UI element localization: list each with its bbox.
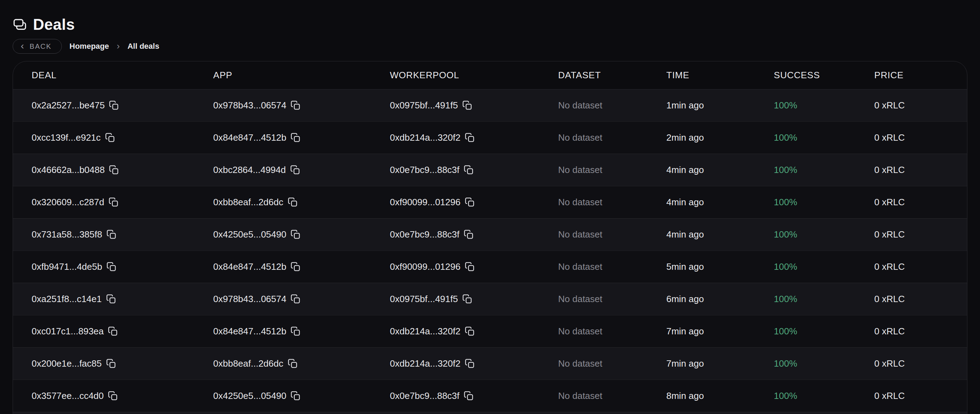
time-cell: 4min ago bbox=[666, 197, 774, 208]
workerpool-cell: 0x0e7bc9...88c3f bbox=[390, 390, 558, 401]
back-button[interactable]: ‹ BACK bbox=[13, 39, 62, 54]
copy-icon[interactable] bbox=[291, 326, 301, 336]
copy-icon[interactable] bbox=[462, 294, 473, 304]
copy-icon[interactable] bbox=[465, 133, 475, 143]
breadcrumb-home-link[interactable]: Homepage bbox=[70, 42, 109, 51]
dataset-cell: No dataset bbox=[558, 326, 666, 337]
app-id-link[interactable]: 0x4250e5...05490 bbox=[213, 229, 286, 240]
workerpool-cell: 0xf90099...01296 bbox=[390, 197, 558, 208]
column-header-price: PRICE bbox=[874, 70, 967, 81]
dataset-cell: No dataset bbox=[558, 165, 666, 175]
copy-icon[interactable] bbox=[465, 197, 475, 207]
deal-id-link[interactable]: 0xcc139f...e921c bbox=[32, 132, 101, 143]
copy-icon[interactable] bbox=[464, 165, 474, 175]
copy-icon[interactable] bbox=[291, 294, 301, 304]
table-row-partial bbox=[13, 412, 967, 414]
app-id-link[interactable]: 0x84e847...4512b bbox=[213, 132, 286, 143]
copy-icon[interactable] bbox=[108, 326, 118, 336]
deal-id-link[interactable]: 0x200e1e...fac85 bbox=[32, 358, 102, 369]
copy-icon[interactable] bbox=[465, 326, 475, 336]
table-row: 0x731a58...385f8 0x4250e5...05490 0x0e7b… bbox=[13, 218, 967, 251]
success-cell: 100% bbox=[774, 326, 874, 337]
success-cell: 100% bbox=[774, 229, 874, 240]
deal-id-link[interactable]: 0x2a2527...be475 bbox=[32, 100, 105, 111]
workerpool-cell: 0xdb214a...320f2 bbox=[390, 132, 558, 143]
deal-cell: 0x320609...c287d bbox=[32, 197, 213, 208]
workerpool-id-link[interactable]: 0x0975bf...491f5 bbox=[390, 100, 458, 111]
price-cell: 0 xRLC bbox=[874, 390, 967, 401]
deal-cell: 0x731a58...385f8 bbox=[32, 229, 213, 240]
app-id-link[interactable]: 0xbb8eaf...2d6dc bbox=[213, 358, 283, 369]
success-cell: 100% bbox=[774, 100, 874, 111]
copy-icon[interactable] bbox=[290, 165, 300, 175]
dataset-cell: No dataset bbox=[558, 132, 666, 143]
deal-id-link[interactable]: 0xa251f8...c14e1 bbox=[32, 293, 102, 305]
app-cell: 0x4250e5...05490 bbox=[213, 390, 390, 401]
chevron-left-icon: ‹ bbox=[21, 41, 25, 51]
copy-icon[interactable] bbox=[109, 100, 119, 111]
copy-icon[interactable] bbox=[465, 262, 475, 272]
time-cell: 7min ago bbox=[666, 358, 774, 369]
workerpool-cell: 0xf90099...01296 bbox=[390, 262, 558, 272]
copy-icon[interactable] bbox=[291, 100, 301, 111]
workerpool-cell: 0x0e7bc9...88c3f bbox=[390, 165, 558, 175]
deal-id-link[interactable]: 0xfb9471...4de5b bbox=[32, 262, 102, 272]
deal-id-link[interactable]: 0x320609...c287d bbox=[32, 197, 104, 208]
workerpool-id-link[interactable]: 0xf90099...01296 bbox=[390, 262, 460, 272]
copy-icon[interactable] bbox=[109, 165, 119, 175]
column-header-success: SUCCESS bbox=[774, 70, 874, 81]
copy-icon[interactable] bbox=[462, 100, 473, 111]
time-cell: 1min ago bbox=[666, 100, 774, 111]
copy-icon[interactable] bbox=[464, 230, 474, 240]
workerpool-id-link[interactable]: 0xf90099...01296 bbox=[390, 197, 460, 208]
copy-icon[interactable] bbox=[291, 391, 301, 401]
copy-icon[interactable] bbox=[106, 294, 116, 304]
copy-icon[interactable] bbox=[107, 230, 117, 240]
table-row: 0x320609...c287d 0xbb8eaf...2d6dc 0xf900… bbox=[13, 186, 967, 218]
workerpool-id-link[interactable]: 0xdb214a...320f2 bbox=[390, 358, 460, 369]
app-id-link[interactable]: 0xbb8eaf...2d6dc bbox=[213, 197, 283, 208]
app-id-link[interactable]: 0x4250e5...05490 bbox=[213, 390, 286, 401]
workerpool-id-link[interactable]: 0xdb214a...320f2 bbox=[390, 326, 460, 337]
breadcrumb-current: All deals bbox=[127, 42, 159, 51]
time-cell: 4min ago bbox=[666, 165, 774, 175]
time-cell: 4min ago bbox=[666, 229, 774, 240]
workerpool-id-link[interactable]: 0xdb214a...320f2 bbox=[390, 132, 460, 143]
deal-cell: 0xa251f8...c14e1 bbox=[32, 293, 213, 305]
time-cell: 5min ago bbox=[666, 262, 774, 272]
copy-icon[interactable] bbox=[107, 262, 117, 272]
app-id-link[interactable]: 0xbc2864...4994d bbox=[213, 165, 286, 175]
copy-icon[interactable] bbox=[291, 262, 301, 272]
app-id-link[interactable]: 0x978b43...06574 bbox=[213, 100, 286, 111]
workerpool-id-link[interactable]: 0x0e7bc9...88c3f bbox=[390, 165, 460, 175]
deal-id-link[interactable]: 0x3577ee...cc4d0 bbox=[32, 390, 103, 401]
price-cell: 0 xRLC bbox=[874, 229, 967, 240]
price-cell: 0 xRLC bbox=[874, 262, 967, 272]
workerpool-cell: 0x0e7bc9...88c3f bbox=[390, 229, 558, 240]
time-cell: 2min ago bbox=[666, 132, 774, 143]
workerpool-id-link[interactable]: 0x0e7bc9...88c3f bbox=[390, 390, 460, 401]
copy-icon[interactable] bbox=[106, 358, 116, 369]
copy-icon[interactable] bbox=[288, 197, 298, 207]
workerpool-id-link[interactable]: 0x0e7bc9...88c3f bbox=[390, 229, 460, 240]
copy-icon[interactable] bbox=[291, 230, 301, 240]
copy-icon[interactable] bbox=[464, 391, 474, 401]
app-cell: 0x84e847...4512b bbox=[213, 132, 390, 143]
copy-icon[interactable] bbox=[105, 133, 115, 143]
copy-icon[interactable] bbox=[108, 197, 119, 207]
deal-id-link[interactable]: 0xc017c1...893ea bbox=[32, 326, 103, 337]
copy-icon[interactable] bbox=[288, 358, 298, 369]
copy-icon[interactable] bbox=[108, 391, 118, 401]
deal-id-link[interactable]: 0x46662a...b0488 bbox=[32, 165, 105, 175]
app-cell: 0x84e847...4512b bbox=[213, 326, 390, 337]
success-cell: 100% bbox=[774, 197, 874, 208]
workerpool-cell: 0x0975bf...491f5 bbox=[390, 100, 558, 111]
copy-icon[interactable] bbox=[291, 133, 301, 143]
app-id-link[interactable]: 0x84e847...4512b bbox=[213, 262, 286, 272]
deal-id-link[interactable]: 0x731a58...385f8 bbox=[32, 229, 102, 240]
app-id-link[interactable]: 0x84e847...4512b bbox=[213, 326, 286, 337]
app-id-link[interactable]: 0x978b43...06574 bbox=[213, 293, 286, 305]
copy-icon[interactable] bbox=[465, 358, 475, 369]
workerpool-id-link[interactable]: 0x0975bf...491f5 bbox=[390, 293, 458, 305]
workerpool-cell: 0xdb214a...320f2 bbox=[390, 326, 558, 337]
